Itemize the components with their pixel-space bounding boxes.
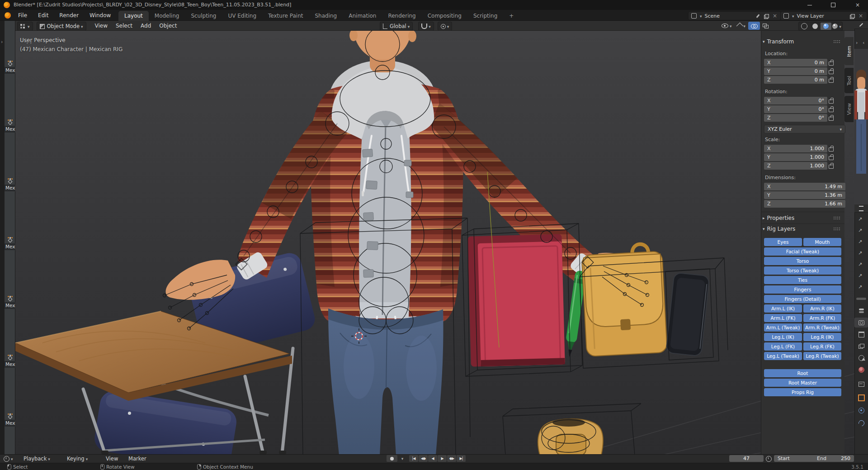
rig-layer-button-facial-tweak[interactable]: Facial (Tweak) <box>764 247 841 256</box>
properties-tab-object[interactable] <box>854 393 868 403</box>
collapse-region-arrow[interactable]: ‹ <box>863 40 864 46</box>
orphan-row-icon[interactable]: ↗ <box>858 239 862 245</box>
lock-rotation-y[interactable] <box>827 105 835 113</box>
current-frame-field[interactable]: 47 <box>729 455 764 462</box>
snap-dropdown[interactable] <box>418 22 434 31</box>
stopwatch-icon[interactable] <box>766 456 772 462</box>
outliner-item[interactable]: Mex <box>5 178 15 191</box>
menu-select[interactable]: Select <box>112 21 137 31</box>
rotation-x-field[interactable]: X0° <box>764 97 827 104</box>
narrow-outliner-header[interactable] <box>854 204 868 213</box>
panel-grip-icon[interactable] <box>833 227 840 231</box>
menu-object[interactable]: Object <box>155 21 181 31</box>
outliner-item-label[interactable]: Mex <box>5 243 16 250</box>
lock-location-y[interactable] <box>827 67 835 75</box>
xray-toggle[interactable] <box>760 22 771 30</box>
orphan-row-icon[interactable]: ↗ <box>858 273 862 279</box>
properties-tab-constraints[interactable] <box>854 418 868 428</box>
workspace-tab-sculpting[interactable]: Sculpting <box>185 11 222 21</box>
rig-layer-button-leg-l-fk[interactable]: Leg.L (FK) <box>764 342 802 351</box>
outliner-item[interactable]: Mex <box>5 237 15 250</box>
add-workspace-button[interactable]: + <box>503 11 519 21</box>
lock-location-z[interactable] <box>827 76 835 84</box>
rig-layer-button-leg-r-ik[interactable]: Leg.R (IK) <box>803 333 841 341</box>
mode-dropdown[interactable]: Object Mode <box>37 22 86 31</box>
outliner-item[interactable]: Mex <box>5 119 15 133</box>
rig-layer-button-ties[interactable]: Ties <box>764 276 841 284</box>
outliner-item-label[interactable]: Mex <box>5 302 16 309</box>
play-button[interactable]: ▶ <box>438 455 447 462</box>
rig-layer-button-leg-l-ik[interactable]: Leg.L (IK) <box>764 333 802 341</box>
menu-window[interactable]: Window <box>84 10 116 21</box>
jump-to-end-button[interactable]: ▶| <box>457 455 466 462</box>
properties-tab-physics[interactable] <box>854 405 868 415</box>
outliner-item-label[interactable]: Mex <box>5 67 16 74</box>
orphan-row-icon[interactable]: ↗ <box>858 284 862 290</box>
rig-layer-button-leg-l-tweak[interactable]: Leg.L (Tweak) <box>764 352 802 360</box>
rig-layer-button-arm-r-ik[interactable]: Arm.R (IK) <box>803 304 841 313</box>
lock-rotation-z[interactable] <box>827 114 835 122</box>
rig-layer-button-arm-r-tweak[interactable]: Arm.R (Tweak) <box>803 323 841 332</box>
rotation-mode-dropdown[interactable]: XYZ Euler▾ <box>764 125 845 133</box>
close-button[interactable]: × <box>849 0 866 10</box>
rig-layer-button-arm-r-fk[interactable]: Arm.R (FK) <box>803 314 841 322</box>
sidebar-tab-view[interactable]: View <box>844 96 854 122</box>
expand-region-arrow[interactable]: › <box>856 40 858 46</box>
orphan-row-icon[interactable]: ↗ <box>858 216 862 222</box>
timeline-menu-playback[interactable]: Playback <box>24 454 50 463</box>
timeline-editor-type-button[interactable] <box>4 454 13 463</box>
menu-file[interactable]: File <box>13 10 33 21</box>
scrollbar[interactable] <box>856 298 866 300</box>
dimensions-z-field[interactable]: Z1.66 m <box>764 200 845 208</box>
prev-keyframe-button[interactable]: ◀◆ <box>419 455 428 462</box>
outliner-item[interactable]: Mex <box>5 355 15 368</box>
properties-panel-header[interactable]: ▸Properties <box>763 214 842 222</box>
minimize-button[interactable] <box>801 0 818 10</box>
properties-tab-collection[interactable] <box>854 379 868 389</box>
menu-edit[interactable]: Edit <box>33 10 54 21</box>
location-z-field[interactable]: Z0 m <box>764 76 827 84</box>
rig-layers-panel-header[interactable]: ▾Rig Layers <box>763 225 842 233</box>
play-reverse-button[interactable]: ◀ <box>428 455 437 462</box>
rig-layer-button-leg-r-fk[interactable]: Leg.R (FK) <box>803 342 841 351</box>
rig-layer-button-leg-r-tweak[interactable]: Leg.R (Tweak) <box>803 352 841 360</box>
transform-orientation-dropdown[interactable]: Global <box>380 22 413 31</box>
location-y-field[interactable]: Y0 m <box>764 67 827 75</box>
next-keyframe-button[interactable]: ◆▶ <box>447 455 456 462</box>
scale-z-field[interactable]: Z1.000 <box>764 162 827 170</box>
visibility-dropdown[interactable] <box>719 22 735 30</box>
lock-location-x[interactable] <box>827 59 835 66</box>
menu-view[interactable]: View <box>91 21 112 31</box>
shading-wireframe-button[interactable] <box>799 23 810 30</box>
editor-type-button[interactable] <box>17 22 33 31</box>
rig-layer-button-fingers-detail[interactable]: Fingers (Detail) <box>764 295 841 303</box>
workspace-tab-uv-editing[interactable]: UV Editing <box>222 11 262 21</box>
auto-key-dropdown[interactable] <box>398 455 405 462</box>
shading-solid-button[interactable] <box>810 23 821 30</box>
gizmo-dropdown[interactable] <box>735 22 749 30</box>
panel-grip-icon[interactable] <box>833 40 840 44</box>
orphan-row-icon[interactable]: ↗ <box>858 261 862 267</box>
orphan-row-icon[interactable]: ↗ <box>858 250 862 256</box>
sidebar-tab-tool[interactable]: Tool <box>844 68 854 93</box>
timeline-menu-view[interactable]: View <box>106 454 118 463</box>
narrow-viewport-preview[interactable] <box>854 49 868 204</box>
outliner-item[interactable]: Mex <box>5 413 15 427</box>
location-x-field[interactable]: X0 m <box>764 59 827 66</box>
shading-rendered-button[interactable] <box>831 23 842 30</box>
rig-layer-button-mouth[interactable]: Mouth <box>803 238 841 246</box>
scale-x-field[interactable]: X1.000 <box>764 145 827 152</box>
workspace-tab-texture-paint[interactable]: Texture Paint <box>262 11 309 21</box>
properties-tab-output[interactable] <box>854 329 868 339</box>
workspace-tab-scripting[interactable]: Scripting <box>467 11 503 21</box>
frame-end-field[interactable]: End250 <box>813 455 854 462</box>
outliner-item-label[interactable]: Mex <box>5 361 16 368</box>
properties-tab-render[interactable] <box>854 318 868 328</box>
rig-layer-button-props-rig[interactable]: Props Rig <box>764 388 841 396</box>
rig-layer-button-eyes[interactable]: Eyes <box>764 238 802 246</box>
panel-grip-icon[interactable] <box>833 216 840 220</box>
lock-scale-x[interactable] <box>827 145 835 152</box>
jump-to-start-button[interactable]: |◀ <box>409 455 418 462</box>
lock-scale-y[interactable] <box>827 153 835 161</box>
menu-render[interactable]: Render <box>54 10 84 21</box>
